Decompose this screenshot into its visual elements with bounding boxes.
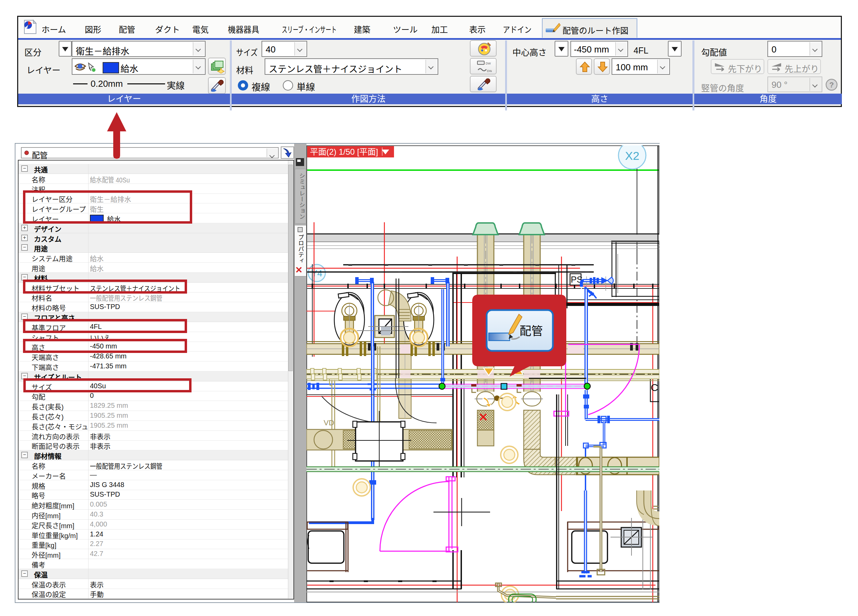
- svg-text:DW: DW: [487, 69, 492, 73]
- svg-text:配管: 配管: [520, 324, 543, 338]
- svg-text:X2: X2: [625, 149, 639, 162]
- svg-text:VD: VD: [323, 419, 334, 427]
- svg-text:?: ?: [829, 81, 834, 89]
- svg-text:C: C: [651, 382, 658, 393]
- svg-text:平面(2) 1/50 [平面]｜: 平面(2) 1/50 [平面]｜: [310, 147, 387, 157]
- svg-text:Y4: Y4: [311, 268, 322, 278]
- svg-text:DW: DW: [486, 62, 491, 65]
